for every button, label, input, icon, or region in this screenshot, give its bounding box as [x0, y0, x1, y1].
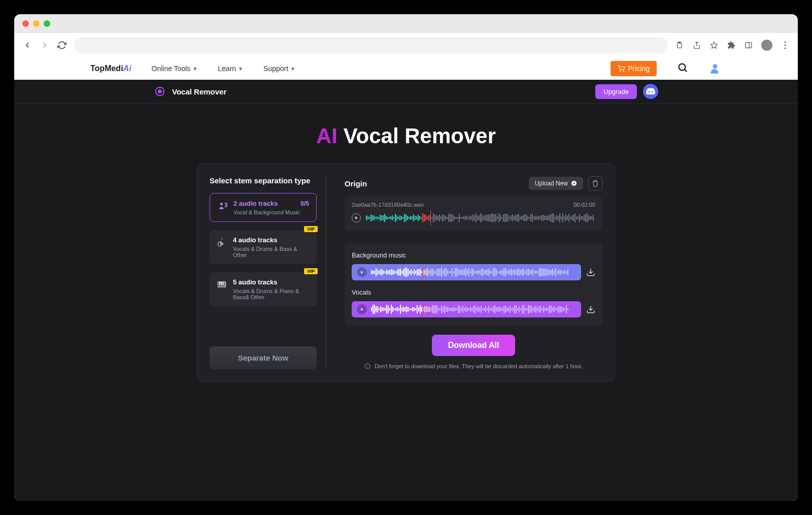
svg-rect-22 [219, 282, 220, 285]
stem-option-2-tracks[interactable]: 2 audio tracks 0/5 Vocal & Background Mu… [210, 193, 317, 222]
extensions-icon[interactable] [727, 41, 736, 50]
title-main: Vocal Remover [337, 124, 496, 148]
background-music-track[interactable] [352, 264, 581, 280]
warning-text: Don't forget to download your files. The… [375, 363, 583, 369]
origin-waveform[interactable] [366, 212, 595, 224]
window-controls [14, 14, 798, 33]
browser-window: TopMediAi Online Tools▼ Learn▼ Support▼ … [14, 14, 798, 501]
piano-icon [217, 279, 228, 291]
back-button[interactable] [22, 40, 32, 50]
upload-label: Upload New [535, 180, 568, 187]
nav-label: Online Tools [152, 65, 191, 73]
discord-icon [646, 88, 655, 95]
download-icon [586, 268, 595, 277]
nav-learn[interactable]: Learn▼ [218, 65, 243, 73]
logo-suffix: Ai [123, 64, 131, 73]
discord-button[interactable] [643, 84, 658, 99]
play-icon [361, 308, 363, 311]
cart-icon [618, 65, 625, 72]
upgrade-button[interactable]: Upgrade [595, 84, 637, 99]
warning-row: Don't forget to download your files. The… [345, 363, 602, 369]
toolbar-icons [675, 40, 790, 51]
vocals-label: Vocals [352, 288, 595, 296]
panel-icon[interactable] [744, 41, 753, 50]
svg-rect-3 [746, 43, 752, 48]
origin-waveform-row [352, 212, 595, 224]
stem-selection-panel: Select stem separation type 2 audio trac… [210, 176, 326, 369]
profile-avatar-icon[interactable] [761, 40, 772, 51]
site-logo[interactable]: TopMediAi [90, 64, 131, 73]
address-bar[interactable] [74, 37, 668, 53]
play-icon [361, 271, 363, 274]
svg-rect-24 [223, 282, 224, 285]
window-close-icon[interactable] [22, 20, 29, 27]
vip-badge: VIP [304, 268, 318, 274]
stem-title: 4 audio tracks [233, 236, 277, 244]
reload-button[interactable] [57, 40, 67, 50]
stem-title: 2 audio tracks [233, 200, 278, 207]
download-icon [586, 305, 595, 314]
stem-title: 5 audio tracks [233, 278, 277, 286]
play-button[interactable] [357, 267, 367, 277]
delete-button[interactable] [588, 176, 602, 190]
results-panel: Origin Upload New 2ae0aa7b-17d3180a40c.w [345, 176, 602, 369]
svg-marker-2 [710, 42, 717, 48]
browser-toolbar [14, 33, 798, 57]
app-topbar: Vocal Remover Upgrade [14, 80, 798, 104]
vocals-track[interactable] [352, 301, 581, 317]
pricing-label: Pricing [628, 65, 650, 73]
stem-desc: Vocals & Drums & Piano & Bass& Other [233, 288, 310, 300]
page-title: AI Vocal Remover [14, 124, 798, 148]
svg-point-9 [623, 71, 624, 72]
svg-line-11 [685, 69, 687, 72]
chevron-down-icon: ▼ [290, 66, 295, 72]
forward-button[interactable] [40, 40, 50, 50]
menu-dots-icon[interactable] [781, 41, 790, 50]
window-minimize-icon[interactable] [33, 20, 40, 27]
chevron-down-icon: ▼ [238, 66, 243, 72]
playhead[interactable] [423, 301, 423, 317]
origin-track-box: 2ae0aa7b-17d3180a40c.wav 00:02:00 [345, 197, 602, 231]
stem-count: 0/5 [300, 200, 309, 207]
svg-point-15 [220, 203, 223, 205]
stem-desc: Vocal & Background Music [233, 209, 309, 215]
separate-now-button[interactable]: Separate Now [210, 346, 317, 369]
download-button[interactable] [586, 268, 595, 277]
download-button[interactable] [586, 305, 595, 314]
share-icon[interactable] [692, 41, 701, 50]
info-icon [364, 363, 370, 369]
pricing-button[interactable]: Pricing [611, 61, 657, 76]
svg-point-14 [158, 90, 161, 93]
window-maximize-icon[interactable] [44, 20, 50, 27]
svg-point-8 [620, 71, 621, 72]
logo-text: TopMedi [90, 64, 123, 73]
trash-icon [592, 180, 599, 187]
svg-point-6 [785, 45, 786, 46]
clipboard-icon[interactable] [675, 41, 684, 50]
download-all-button[interactable]: Download All [432, 335, 516, 356]
stem-option-4-tracks[interactable]: VIP 4 audio tracks Vocals & Drums & Bass… [210, 230, 317, 264]
waveform[interactable] [371, 305, 576, 314]
search-icon[interactable] [677, 62, 688, 76]
stem-heading: Select stem separation type [210, 176, 317, 185]
background-music-label: Background music [352, 251, 595, 259]
stem-option-5-tracks[interactable]: VIP 5 audio tracks Vocals & Drums & Pian… [210, 272, 317, 306]
svg-point-12 [713, 64, 718, 69]
waveform[interactable] [371, 268, 576, 277]
user-icon[interactable] [708, 62, 722, 75]
play-button[interactable] [352, 213, 361, 222]
svg-rect-23 [221, 282, 222, 285]
vocals-row [352, 301, 595, 317]
playhead[interactable] [430, 210, 431, 226]
play-button[interactable] [357, 304, 367, 314]
nav-support[interactable]: Support▼ [263, 65, 295, 73]
upload-new-button[interactable]: Upload New [529, 177, 583, 190]
stem-desc: Vocals & Drums & Bass & Other [233, 246, 310, 258]
bookmark-star-icon[interactable] [709, 41, 719, 50]
svg-point-5 [785, 42, 786, 43]
title-prefix: AI [316, 124, 337, 148]
results-header: Origin Upload New [345, 176, 602, 190]
background-music-row [352, 264, 595, 280]
nav-online-tools[interactable]: Online Tools▼ [152, 65, 198, 73]
playhead[interactable] [423, 264, 423, 280]
